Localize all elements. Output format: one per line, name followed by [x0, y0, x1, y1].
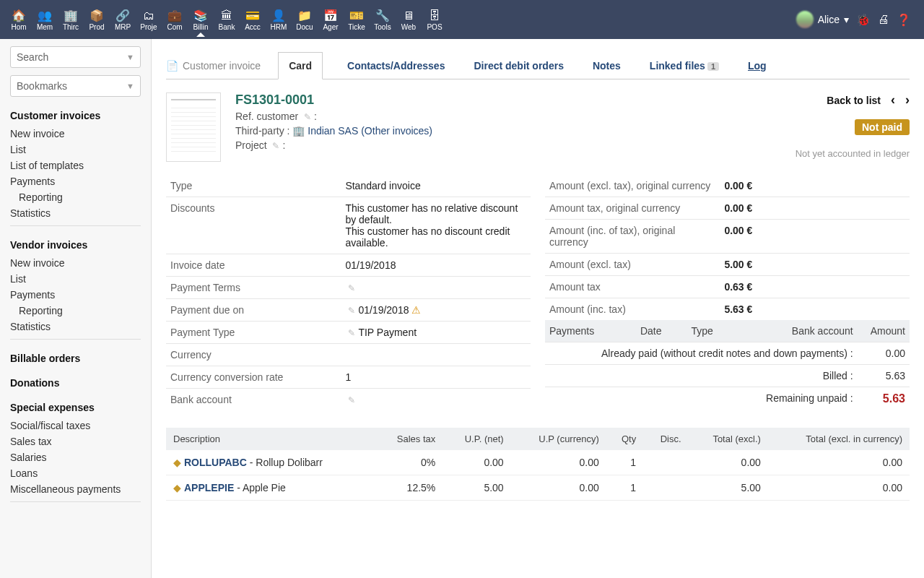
- sidebar-item-list[interactable]: List: [10, 271, 141, 287]
- edit-icon[interactable]: ✎: [348, 328, 355, 338]
- kv-key: Amount tax: [545, 276, 720, 298]
- print-icon[interactable]: 🖨: [878, 13, 889, 26]
- nav-label: Billin: [189, 23, 212, 31]
- topnav-item-hrm[interactable]: 👤HRM: [266, 9, 292, 31]
- nav-label: Mem: [33, 23, 56, 31]
- sidebar-item-miscellaneous-payments[interactable]: Miscellaneous payments: [10, 481, 141, 497]
- topnav-item-com[interactable]: 💼Com: [162, 9, 188, 31]
- invoice-line-row[interactable]: ◆ROLLUPABC - Rollup Dolibarr0%0.000.0010…: [166, 450, 910, 475]
- invoice-icon: 📄: [166, 60, 178, 72]
- other-invoices-link[interactable]: (Other invoices): [361, 125, 432, 137]
- nav-label: Bank: [215, 23, 238, 31]
- topnav-item-accc[interactable]: 💳Accc: [240, 9, 266, 31]
- kv-value: ✎: [341, 389, 531, 411]
- topnav-item-ager[interactable]: 📅Ager: [318, 9, 344, 31]
- nav-icon: 🗂: [143, 9, 154, 23]
- nav-icon: 💳: [245, 9, 260, 23]
- topnav-item-mrp[interactable]: 🔗MRP: [110, 9, 136, 31]
- sidebar-item-statistics[interactable]: Statistics: [10, 205, 141, 221]
- tab-direct-debit-orders[interactable]: Direct debit orders: [469, 53, 567, 79]
- nav-icon: 🏛: [221, 9, 232, 23]
- sidebar-item-sales-tax[interactable]: Sales tax: [10, 434, 141, 449]
- next-record-icon[interactable]: ›: [905, 92, 910, 108]
- chevron-down-icon: ▼: [126, 53, 134, 61]
- prev-record-icon[interactable]: ‹: [891, 92, 895, 108]
- nav-label: Ticke: [345, 23, 368, 31]
- sidebar-item-reporting[interactable]: Reporting: [10, 189, 141, 205]
- topnav-item-pos[interactable]: 🗄POS: [422, 9, 448, 31]
- sidebar-item-payments[interactable]: Payments: [10, 173, 141, 189]
- sidebar-item-payments[interactable]: Payments: [10, 287, 141, 303]
- line-upnet: 5.00: [443, 475, 510, 501]
- topnav-item-thirc[interactable]: 🏢Thirc: [58, 9, 84, 31]
- topnav-item-billin[interactable]: 📚Billin: [188, 9, 214, 31]
- bug-icon[interactable]: 🐞: [856, 13, 871, 27]
- tab-notes[interactable]: Notes: [588, 53, 625, 79]
- edit-icon[interactable]: ✎: [272, 141, 279, 151]
- edit-icon[interactable]: ✎: [304, 112, 311, 122]
- third-party-link[interactable]: Indian SAS: [308, 125, 358, 137]
- chevron-down-icon: ▾: [844, 14, 849, 25]
- nav-icon: 🎫: [349, 9, 364, 23]
- tab-linked-files[interactable]: Linked files1: [645, 53, 723, 79]
- sidebar-item-list[interactable]: List: [10, 142, 141, 158]
- payments-col-type: Type: [687, 320, 738, 342]
- topnav-item-mem[interactable]: 👥Mem: [32, 9, 58, 31]
- sidebar-item-new-invoice[interactable]: New invoice: [10, 255, 141, 271]
- topnav-item-docu[interactable]: 📁Docu: [292, 9, 318, 31]
- search-combo[interactable]: Search ▼: [10, 46, 141, 68]
- tab-contacts-addresses[interactable]: Contacts/Addresses: [343, 53, 449, 79]
- lines-col-totalcur: Total (excl. in currency): [768, 428, 910, 450]
- lines-col-total: Total (excl.): [689, 428, 768, 450]
- kv-key: Payment Terms: [166, 277, 341, 299]
- sidebar-group-title[interactable]: Vendor invoices: [10, 239, 141, 251]
- user-menu[interactable]: Alice ▾: [789, 11, 856, 28]
- lines-col-disc: Disc.: [643, 428, 688, 450]
- warning-icon: ⚠: [411, 304, 421, 316]
- lines-col-upnet: U.P. (net): [443, 428, 510, 450]
- sidebar-group-title[interactable]: Special expenses: [10, 402, 141, 413]
- product-name: Rollup Dolibarr: [256, 457, 323, 468]
- edit-icon[interactable]: ✎: [348, 306, 355, 316]
- invoice-details-left: TypeStandard invoiceDiscountsThis custom…: [166, 175, 531, 410]
- tab-log[interactable]: Log: [744, 53, 771, 79]
- sidebar-item-loans[interactable]: Loans: [10, 465, 141, 481]
- topnav-item-hom[interactable]: 🏠Hom: [6, 9, 32, 31]
- sidebar-item-social/fiscal-taxes[interactable]: Social/fiscal taxes: [10, 418, 141, 434]
- edit-icon[interactable]: ✎: [348, 283, 355, 293]
- bookmarks-combo[interactable]: Bookmarks ▼: [10, 75, 141, 97]
- status-badge: Not paid: [855, 119, 910, 135]
- product-code[interactable]: ROLLUPABC: [184, 457, 247, 468]
- sidebar-group-title[interactable]: Billable orders: [10, 353, 141, 364]
- nav-icon: 🗄: [429, 9, 440, 23]
- invoice-line-row[interactable]: ◆APPLEPIE - Apple Pie12.5%5.000.0015.000…: [166, 475, 910, 501]
- topnav-item-prod[interactable]: 📦Prod: [84, 9, 110, 31]
- topnav-item-ticke[interactable]: 🎫Ticke: [344, 9, 370, 31]
- sidebar-item-list-of-templates[interactable]: List of templates: [10, 158, 141, 173]
- already-paid-label: Already paid (without credit notes and d…: [545, 342, 858, 365]
- topnav-item-bank[interactable]: 🏛Bank: [214, 9, 240, 31]
- back-to-list-link[interactable]: Back to list: [827, 95, 881, 106]
- tab-card[interactable]: Card: [278, 52, 323, 79]
- product-code[interactable]: APPLEPIE: [184, 482, 234, 493]
- topnav-item-web[interactable]: 🖥Web: [396, 9, 422, 31]
- sidebar-group-title[interactable]: Donations: [10, 377, 141, 389]
- sidebar-item-reporting[interactable]: Reporting: [10, 303, 141, 319]
- nav-icon: 📦: [90, 9, 104, 23]
- kv-key: Type: [166, 175, 341, 197]
- nav-label: Thirc: [59, 23, 82, 31]
- kv-key: Currency: [166, 344, 341, 366]
- kv-value: 0.00 €: [720, 175, 910, 197]
- sidebar-item-new-invoice[interactable]: New invoice: [10, 126, 141, 142]
- edit-icon[interactable]: ✎: [348, 395, 355, 405]
- nav-label: MRP: [111, 23, 134, 31]
- sidebar-group-title[interactable]: Customer invoices: [10, 110, 141, 121]
- topnav-item-proje[interactable]: 🗂Proje: [136, 9, 162, 31]
- help-icon[interactable]: ❓: [897, 13, 911, 27]
- topnav-item-tools[interactable]: 🔧Tools: [370, 9, 396, 31]
- invoice-thumbnail[interactable]: [166, 92, 221, 162]
- sidebar-item-salaries[interactable]: Salaries: [10, 449, 141, 465]
- sidebar-item-statistics[interactable]: Statistics: [10, 319, 141, 335]
- product-icon: ◆: [173, 482, 181, 493]
- line-upcur: 0.00: [511, 475, 606, 501]
